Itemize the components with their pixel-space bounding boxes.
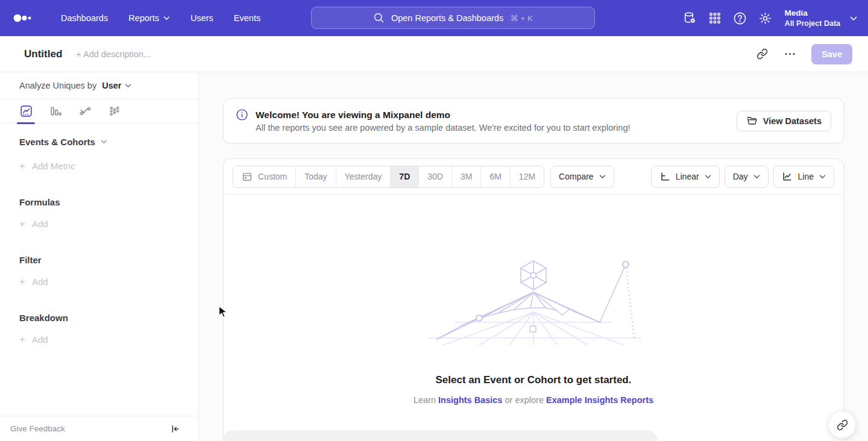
- data-management-button[interactable]: [679, 7, 700, 29]
- scale-select[interactable]: Linear: [651, 166, 720, 188]
- plus-icon: [19, 161, 25, 171]
- flow-icon: [78, 104, 92, 118]
- date-range-button[interactable]: 30D: [419, 166, 452, 187]
- nav-users[interactable]: Users: [180, 0, 224, 36]
- project-scope: All Project Data: [785, 19, 840, 28]
- line-chart-icon: [19, 104, 33, 118]
- date-range-custom-button[interactable]: Custom: [233, 166, 296, 187]
- top-navigation-bar: Dashboards Reports Users Events Open Rep…: [0, 0, 868, 36]
- save-button[interactable]: Save: [811, 44, 852, 64]
- chevron-down-icon: [819, 175, 826, 179]
- logo-dots-icon: [13, 13, 35, 23]
- bar-chart-icon: [49, 104, 63, 118]
- tab-scatter[interactable]: [107, 99, 122, 124]
- view-datasets-button[interactable]: View Datasets: [737, 111, 831, 131]
- folder-icon: [746, 115, 758, 127]
- query-builder-sidebar: Analyze Uniques by User: [0, 72, 199, 441]
- chevron-down-icon: [599, 175, 606, 179]
- next-section-peek[interactable]: [223, 431, 657, 441]
- chevron-down-icon: [753, 175, 760, 179]
- report-header: Untitled + Add description... Save: [0, 36, 868, 72]
- tab-bar-chart[interactable]: [48, 99, 63, 124]
- chevron-down-icon: [705, 175, 711, 179]
- chart-display-controls: Linear Day: [651, 166, 834, 188]
- more-options-button[interactable]: [782, 47, 797, 61]
- grid-dots-icon: [708, 11, 722, 25]
- project-name: Media: [785, 8, 840, 19]
- help-icon: [733, 11, 747, 25]
- line-chart-icon: [782, 171, 793, 182]
- calendar-icon: [242, 171, 253, 182]
- date-range-button[interactable]: 6M: [481, 166, 510, 187]
- apps-grid-button[interactable]: [704, 7, 726, 29]
- plus-icon: [19, 219, 25, 229]
- chart-type-select[interactable]: Line: [773, 166, 834, 188]
- help-button[interactable]: [729, 7, 751, 29]
- empty-state-subtext: Learn Insights Basics or explore Example…: [414, 395, 653, 405]
- global-search[interactable]: Open Reports & Dashboards ⌘ + K: [311, 7, 595, 29]
- sidebar-footer: Give Feedback: [0, 416, 198, 441]
- filter-section-title: Filter: [19, 255, 179, 265]
- report-header-actions: Save: [756, 44, 852, 64]
- date-range-button[interactable]: 12M: [511, 166, 544, 187]
- analyze-unit-select[interactable]: User: [102, 81, 131, 90]
- add-metric-button[interactable]: Add Metric: [19, 161, 179, 171]
- search-placeholder: Open Reports & Dashboards: [391, 13, 503, 23]
- collapse-sidebar-button[interactable]: [169, 424, 180, 434]
- nav-dashboards[interactable]: Dashboards: [51, 0, 118, 36]
- insights-basics-link[interactable]: Insights Basics: [438, 395, 502, 405]
- share-link-floating-button[interactable]: [828, 411, 856, 439]
- banner-texts: Welcome! You are viewing a Mixpanel demo…: [256, 110, 631, 133]
- link-icon: [837, 419, 848, 431]
- mixpanel-insights-page: Dashboards Reports Users Events Open Rep…: [0, 0, 868, 441]
- search-shortcut: ⌘ + K: [510, 13, 533, 23]
- link-icon: [756, 48, 768, 60]
- chart-toolbar: Custom Today Yesterday 7D 30D: [224, 159, 843, 195]
- interval-select[interactable]: Day: [725, 166, 769, 188]
- mixpanel-logo[interactable]: [0, 13, 51, 23]
- topnav-right-controls: Media All Project Data: [679, 7, 868, 29]
- tab-line-chart[interactable]: [18, 99, 34, 124]
- chevron-down-icon: [125, 84, 131, 88]
- events-cohorts-section[interactable]: Events & Cohorts: [19, 137, 179, 147]
- axis-icon: [659, 171, 670, 182]
- report-title[interactable]: Untitled: [24, 48, 62, 60]
- info-icon: [236, 108, 248, 121]
- date-range-button[interactable]: Yesterday: [336, 166, 391, 187]
- add-breakdown-button[interactable]: Add: [19, 334, 179, 345]
- tab-flow-chart[interactable]: [77, 99, 93, 124]
- chevron-down-icon: [163, 16, 170, 20]
- date-range-button[interactable]: Today: [296, 166, 336, 187]
- search-icon: [373, 12, 385, 23]
- add-formula-button[interactable]: Add: [19, 219, 179, 229]
- collapse-left-icon: [169, 424, 180, 434]
- nav-reports[interactable]: Reports: [118, 0, 180, 36]
- date-range-button[interactable]: 7D: [391, 166, 419, 187]
- project-switcher[interactable]: Media All Project Data: [785, 8, 840, 28]
- scatter-dots-icon: [108, 104, 122, 118]
- date-range-button[interactable]: 3M: [452, 166, 481, 187]
- compare-button[interactable]: Compare: [550, 166, 614, 188]
- copy-link-button[interactable]: [756, 48, 768, 60]
- example-insights-reports-link[interactable]: Example Insights Reports: [546, 395, 653, 405]
- plus-icon: [19, 334, 25, 345]
- banner-title: Welcome! You are viewing a Mixpanel demo: [256, 110, 631, 120]
- query-sections: Events & Cohorts Add Metric Formulas Add…: [0, 124, 198, 416]
- settings-button[interactable]: [755, 7, 776, 29]
- ellipsis-icon: [789, 53, 791, 55]
- analyze-row: Analyze Uniques by User: [0, 72, 198, 99]
- breakdown-section-title: Breakdown: [19, 313, 179, 323]
- gear-icon: [758, 11, 772, 25]
- chevron-down-icon[interactable]: [850, 13, 857, 23]
- insights-chart-card: Custom Today Yesterday 7D 30D: [223, 158, 844, 441]
- give-feedback-link[interactable]: Give Feedback: [10, 424, 65, 433]
- plus-icon: [19, 277, 25, 287]
- welcome-banner: Welcome! You are viewing a Mixpanel demo…: [223, 98, 844, 143]
- add-filter-button[interactable]: Add: [19, 277, 179, 287]
- formulas-section-title: Formulas: [19, 197, 179, 207]
- nav-events[interactable]: Events: [224, 0, 271, 36]
- date-range-control: Custom Today Yesterday 7D 30D: [233, 166, 544, 188]
- empty-state: Select an Event or Cohort to get started…: [224, 195, 843, 441]
- analyze-label: Analyze Uniques by: [19, 81, 96, 90]
- report-description-placeholder[interactable]: + Add description...: [76, 49, 151, 59]
